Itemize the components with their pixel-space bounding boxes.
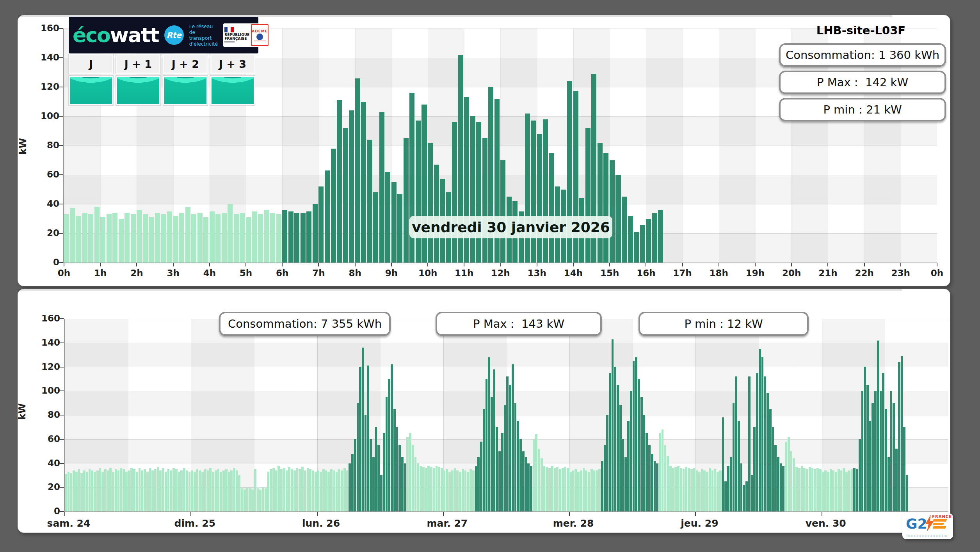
bar [306,211,311,263]
bar [125,472,128,511]
bar [630,391,632,511]
bar [504,405,506,511]
bar [693,468,695,511]
republique-francaise-badge: RÉPUBLIQUE FRANÇAISE ADEME [223,23,269,47]
bar [719,470,722,511]
bar [482,138,487,263]
bar [470,469,472,511]
bar [370,439,372,511]
week-chart-plot-area[interactable] [65,319,948,511]
bar [643,415,646,511]
bar [155,213,160,263]
bar [446,469,448,511]
bar [743,485,745,511]
bar [361,102,366,263]
bar [714,469,716,511]
day-chart-x-tick-label: 15h [594,268,625,278]
bar [840,470,843,511]
week-chart-y-tick-label: 0 [30,506,60,516]
bar [633,361,635,511]
bar [212,472,214,511]
bar [467,472,469,511]
bar [638,379,640,511]
day-chart-x-tick-label: 20h [776,268,807,278]
week-chart-day-label: jeu. 29 [672,518,727,529]
bar [606,415,608,511]
ecowatt-green-signal-icon [116,76,160,105]
g2e-france-label: FRANCE [932,515,952,519]
bar [64,214,69,263]
bar [648,445,651,511]
day-chart-x-tick [646,263,646,266]
bar [622,197,627,263]
bar [367,140,372,263]
g2e-tagline [907,536,947,536]
bar [333,470,335,511]
bar [107,470,109,511]
day-chart-x-tick [282,263,283,266]
bar [251,490,254,511]
day-chart-y-tick-label: 0 [29,257,59,267]
bar [522,451,525,511]
day-chart-x-tick [609,263,610,266]
bar [677,466,679,511]
bar [112,472,114,511]
bar [559,469,561,511]
week-chart-y-unit: kW [17,403,28,420]
forecast-tile-j3[interactable]: J + 3 [210,54,255,105]
bar [401,457,404,511]
bar [610,160,615,263]
bar [456,470,459,511]
ecowatt-logo: écowatt [73,25,159,45]
bar [301,213,306,263]
bar [416,121,421,263]
day-chart-x-tick [864,263,865,266]
day-chart-y-tick [59,28,63,29]
bar [294,213,299,263]
bar [809,467,811,511]
bar [70,473,72,511]
bar [331,149,336,263]
bar [217,469,220,511]
week-chart-day-label: sam. 24 [41,518,96,529]
bar [141,470,143,511]
week-chart-y-tick-label: 80 [30,410,60,420]
bar [543,119,548,263]
bar [349,463,351,512]
forecast-tile-j2[interactable]: J + 2 [163,54,208,105]
bar [94,472,96,511]
forecast-tile-j[interactable]: J [69,54,113,105]
bar [814,469,816,511]
bar [756,373,758,511]
week-chart-x-tick [190,512,191,516]
bar [267,472,270,511]
bar [688,468,690,511]
bar [816,468,819,511]
bar [517,421,519,511]
bar [501,433,503,511]
day-chart-x-tick-label: 6h [267,268,298,278]
bar [701,469,703,511]
bar [123,469,125,511]
day-chart-y-tick [59,233,63,234]
bar [312,470,314,511]
bar [388,379,390,511]
bar [514,403,517,511]
forecast-tile-j1[interactable]: J + 1 [116,54,160,105]
bar [137,210,142,263]
bar [377,445,380,511]
bar [530,466,532,511]
week-chart-y-tick [60,463,64,464]
week-chart-x-tick [822,512,822,516]
bar [451,470,454,511]
bar [848,470,850,511]
bar [533,439,535,511]
bar [654,461,656,511]
bar [343,128,348,263]
bar [853,468,855,511]
day-chart-x-tick [64,263,64,266]
bar [452,122,457,263]
bar [373,192,378,263]
bar [443,470,446,511]
bar [827,472,829,511]
